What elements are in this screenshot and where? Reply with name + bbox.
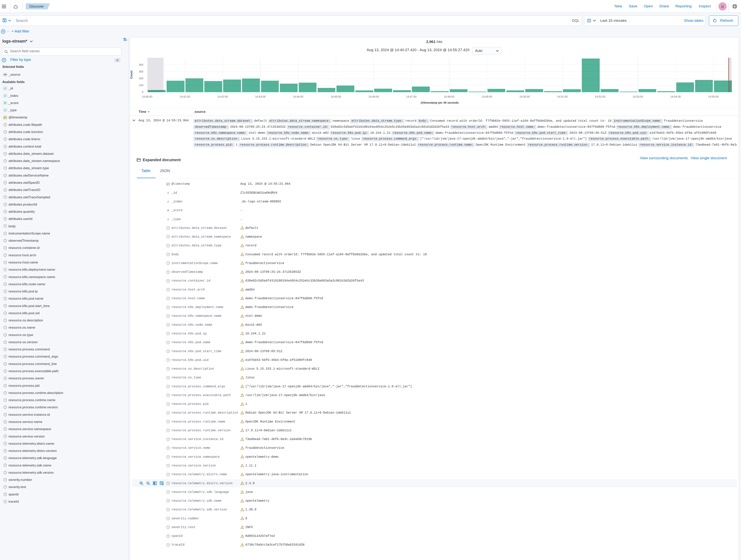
svg-text:?: ? bbox=[4, 399, 6, 401]
svg-text:?: ? bbox=[4, 363, 6, 365]
svg-text:?: ? bbox=[167, 464, 169, 467]
svg-text:?: ? bbox=[4, 486, 6, 488]
svg-text:?: ? bbox=[4, 189, 6, 191]
svg-text:?: ? bbox=[4, 225, 6, 227]
svg-text:?: ? bbox=[4, 196, 6, 198]
svg-text:?: ? bbox=[167, 447, 169, 449]
svg-text:?: ? bbox=[4, 145, 6, 147]
svg-text:?: ? bbox=[167, 544, 169, 546]
svg-text:?: ? bbox=[167, 394, 169, 396]
svg-text:?: ? bbox=[4, 464, 6, 466]
svg-text:?: ? bbox=[167, 350, 169, 353]
svg-text:?: ? bbox=[167, 368, 169, 370]
svg-text:?: ? bbox=[167, 429, 169, 432]
svg-text:?: ? bbox=[167, 500, 169, 502]
svg-text:?: ? bbox=[167, 535, 169, 537]
svg-text:?: ? bbox=[167, 262, 169, 264]
svg-text:?: ? bbox=[4, 500, 6, 503]
svg-text:?: ? bbox=[4, 341, 6, 344]
svg-text:?: ? bbox=[4, 203, 6, 206]
svg-text:?: ? bbox=[4, 435, 6, 437]
svg-text:?: ? bbox=[4, 406, 6, 409]
svg-text:?: ? bbox=[4, 493, 6, 495]
svg-text:?: ? bbox=[4, 268, 6, 271]
svg-text:?: ? bbox=[4, 428, 6, 430]
svg-text:?: ? bbox=[4, 254, 6, 256]
svg-text:?: ? bbox=[167, 509, 169, 511]
svg-text:?: ? bbox=[167, 403, 169, 405]
svg-text:?: ? bbox=[167, 306, 169, 308]
svg-text:?: ? bbox=[4, 392, 6, 394]
svg-text:?: ? bbox=[167, 421, 169, 423]
svg-text:?: ? bbox=[4, 247, 6, 249]
svg-text:?: ? bbox=[4, 276, 6, 278]
svg-text:?: ? bbox=[4, 356, 6, 358]
svg-text:?: ? bbox=[167, 253, 169, 256]
svg-text:?: ? bbox=[4, 312, 6, 314]
svg-text:?: ? bbox=[167, 297, 169, 300]
svg-text:?: ? bbox=[4, 124, 6, 126]
svg-text:?: ? bbox=[167, 289, 169, 291]
svg-text:?: ? bbox=[4, 457, 6, 459]
svg-text:?: ? bbox=[4, 167, 6, 169]
svg-text:?: ? bbox=[4, 421, 6, 423]
svg-text:?: ? bbox=[167, 315, 169, 317]
svg-text:?: ? bbox=[4, 450, 6, 452]
svg-text:?: ? bbox=[4, 305, 6, 307]
svg-text:?: ? bbox=[4, 138, 6, 140]
svg-text:?: ? bbox=[4, 334, 6, 336]
svg-text:?: ? bbox=[4, 218, 6, 220]
svg-text:?: ? bbox=[167, 491, 169, 493]
svg-text:?: ? bbox=[4, 479, 6, 481]
svg-text:?: ? bbox=[167, 227, 169, 229]
svg-text:?: ? bbox=[4, 377, 6, 380]
svg-text:?: ? bbox=[167, 341, 169, 344]
svg-text:?: ? bbox=[4, 384, 6, 387]
svg-text:?: ? bbox=[167, 324, 169, 326]
svg-text:?: ? bbox=[4, 319, 6, 322]
svg-text:?: ? bbox=[167, 385, 169, 388]
svg-text:?: ? bbox=[167, 517, 169, 520]
svg-text:?: ? bbox=[4, 290, 6, 293]
svg-text:?: ? bbox=[4, 326, 6, 329]
svg-text:?: ? bbox=[167, 236, 169, 238]
svg-text:?: ? bbox=[167, 245, 169, 247]
svg-text:?: ? bbox=[4, 152, 6, 155]
svg-text:?: ? bbox=[4, 370, 6, 372]
svg-text:?: ? bbox=[4, 414, 6, 416]
svg-text:?: ? bbox=[167, 359, 169, 361]
svg-text:?: ? bbox=[4, 472, 6, 474]
svg-text:?: ? bbox=[4, 283, 6, 285]
svg-text:?: ? bbox=[4, 160, 6, 162]
svg-text:?: ? bbox=[4, 442, 6, 445]
svg-text:?: ? bbox=[4, 232, 6, 235]
svg-text:?: ? bbox=[4, 174, 6, 177]
svg-text:?: ? bbox=[167, 473, 169, 476]
svg-text:?: ? bbox=[167, 280, 169, 282]
svg-text:?: ? bbox=[167, 482, 169, 485]
svg-text:?: ? bbox=[167, 526, 169, 528]
svg-text:?: ? bbox=[4, 348, 6, 351]
svg-text:?: ? bbox=[4, 182, 6, 184]
svg-text:?: ? bbox=[167, 456, 169, 458]
svg-text:?: ? bbox=[4, 261, 6, 264]
svg-text:?: ? bbox=[167, 332, 169, 335]
svg-text:?: ? bbox=[167, 412, 169, 414]
svg-text:?: ? bbox=[4, 240, 6, 242]
svg-text:?: ? bbox=[167, 271, 169, 273]
svg-text:?: ? bbox=[167, 377, 169, 379]
svg-text:?: ? bbox=[4, 298, 6, 300]
svg-text:?: ? bbox=[4, 210, 6, 213]
svg-text:?: ? bbox=[4, 131, 6, 133]
svg-text:?: ? bbox=[167, 438, 169, 440]
